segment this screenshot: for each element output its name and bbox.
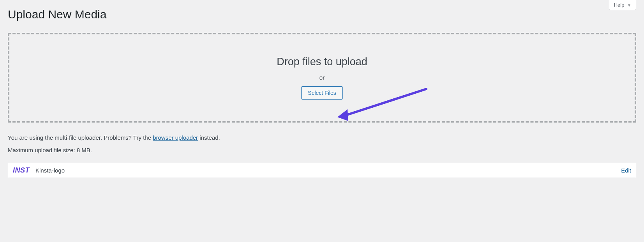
svg-marker-2 [337,109,348,121]
max-upload-size-text: Maximum upload file size: 8 MB. [8,147,636,153]
media-filename: Kinsta-logo [35,167,65,174]
uploader-info-suffix: instead. [198,134,220,141]
uploader-info-prefix: You are using the multi-file uploader. P… [8,134,153,141]
select-files-button[interactable]: Select Files [301,86,342,100]
media-item-left: INST Kinsta-logo [13,166,65,174]
svg-line-1 [342,89,426,116]
upload-dropzone[interactable]: Drop files to upload or Select Files [8,33,636,123]
browser-uploader-link[interactable]: browser uploader [153,134,198,141]
dropzone-or-text: or [17,74,627,81]
media-item-row: INST Kinsta-logo Edit [8,163,636,178]
page-title: Upload New Media [8,0,636,21]
edit-media-link[interactable]: Edit [621,167,631,174]
dropzone-title: Drop files to upload [17,56,627,68]
annotation-arrow-icon [337,85,430,124]
help-button-label: Help [614,2,625,8]
media-thumbnail: INST [13,166,32,174]
help-button[interactable]: Help ▼ [609,0,636,10]
chevron-down-icon: ▼ [627,3,631,7]
uploader-info-text: You are using the multi-file uploader. P… [8,134,636,141]
